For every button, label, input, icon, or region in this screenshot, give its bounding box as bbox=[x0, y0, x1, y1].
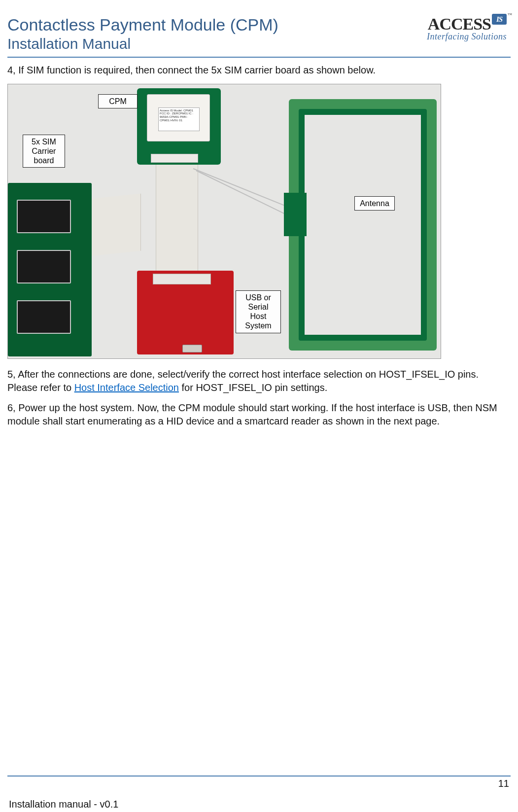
callout-host-system: USB or Serial Host System bbox=[236, 290, 281, 333]
coax-wire-graphic bbox=[196, 170, 297, 220]
cpm-board-graphic: Access IS Model: CPM01 FCC ID : ZERCPM01… bbox=[137, 88, 221, 165]
connection-diagram: Access IS Model: CPM01 FCC ID : ZERCPM01… bbox=[7, 84, 441, 359]
footer-version: Installation manual - v0.1 bbox=[9, 799, 118, 810]
brand-badge: IS bbox=[492, 14, 507, 25]
footer-rule bbox=[7, 776, 511, 777]
sim-carrier-board-graphic bbox=[8, 183, 92, 356]
title-block: Contactless Payment Module (CPM) Install… bbox=[7, 15, 278, 53]
ribbon-cable-graphic bbox=[156, 164, 198, 273]
step-5-post: for HOST_IFSEL_IO pin settings. bbox=[179, 382, 327, 393]
antenna-board-graphic bbox=[289, 99, 437, 351]
coax-wire-graphic bbox=[193, 168, 299, 212]
host-interface-selection-link[interactable]: Host Interface Selection bbox=[74, 382, 179, 393]
brand-tagline: Interfacing Solutions bbox=[427, 32, 507, 42]
page-number: 11 bbox=[498, 778, 509, 789]
cpm-label-sticker: Access IS Model: CPM01 FCC ID : ZERCPM01… bbox=[158, 107, 200, 131]
step-6-text: 6, Power up the host system. Now, the CP… bbox=[7, 401, 511, 428]
brand-tm: ™ bbox=[508, 13, 512, 17]
step-5-text: 5, After the connections are done, selec… bbox=[7, 368, 511, 394]
doc-subtitle: Installation Manual bbox=[7, 35, 278, 53]
callout-cpm: CPM bbox=[98, 94, 138, 108]
page-header: Contactless Payment Module (CPM) Install… bbox=[7, 15, 511, 58]
callout-sim-carrier: 5x SIM Carrier board bbox=[23, 135, 65, 168]
step-4-text: 4, If SIM function is required, then con… bbox=[7, 64, 511, 77]
host-board-graphic bbox=[137, 271, 234, 354]
doc-title: Contactless Payment Module (CPM) bbox=[7, 15, 278, 35]
callout-antenna: Antenna bbox=[354, 196, 395, 211]
brand-text: Access bbox=[428, 16, 491, 33]
brand-logo-main: Access IS ™ bbox=[428, 16, 511, 33]
brand-logo: Access IS ™ Interfacing Solutions bbox=[427, 16, 511, 42]
